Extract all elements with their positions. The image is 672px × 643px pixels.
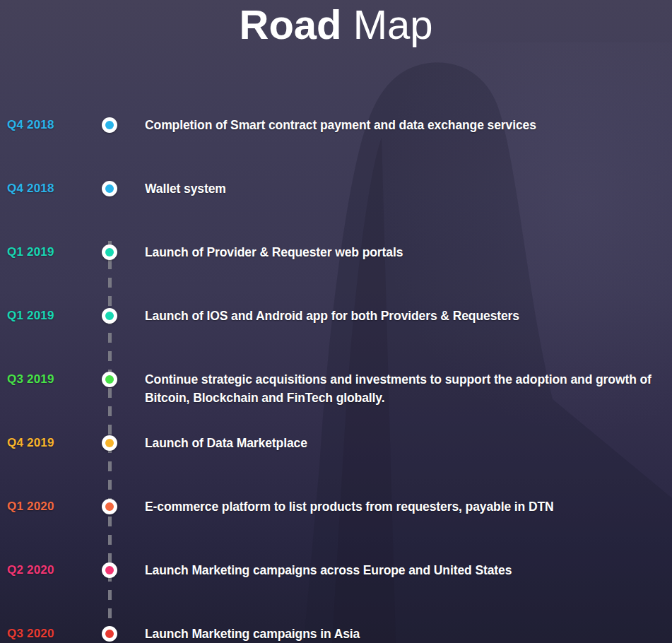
item-text: Continue strategic acquisitions and inve… bbox=[145, 370, 672, 407]
timeline-dot-wrap bbox=[95, 307, 124, 325]
quarter-label: Q1 2019 bbox=[7, 307, 95, 325]
quarter-label: Q2 2020 bbox=[7, 561, 95, 579]
timeline-dot-wrap bbox=[95, 434, 124, 452]
timeline-dot-wrap bbox=[95, 179, 124, 198]
timeline-items: Q4 2018 Completion of Smart contract pay… bbox=[0, 116, 672, 643]
quarter-label: Q4 2019 bbox=[7, 434, 95, 452]
timeline-item: Q4 2018 Completion of Smart contract pay… bbox=[0, 116, 672, 179]
timeline-dot bbox=[102, 308, 117, 324]
quarter-label: Q1 2019 bbox=[7, 243, 95, 261]
quarter-label: Q1 2020 bbox=[7, 497, 95, 516]
timeline-dot bbox=[102, 244, 117, 260]
quarter-label: Q3 2019 bbox=[7, 370, 95, 389]
timeline-dot bbox=[102, 181, 117, 196]
timeline-dot-wrap bbox=[95, 370, 124, 389]
item-text: Launch of IOS and Android app for both P… bbox=[145, 307, 519, 325]
timeline-item: Q1 2019 Launch of Provider & Requester w… bbox=[0, 243, 672, 307]
item-text: Launch Marketing campaigns in Asia bbox=[145, 625, 360, 643]
timeline-dot bbox=[102, 372, 117, 387]
quarter-label: Q4 2018 bbox=[7, 116, 95, 134]
timeline-item: Q3 2020 Launch Marketing campaigns in As… bbox=[0, 625, 672, 643]
page-title-bold: Road bbox=[240, 1, 342, 47]
timeline-item: Q4 2018 Wallet system bbox=[0, 179, 672, 243]
timeline-dot-core bbox=[105, 184, 114, 193]
timeline-dot-core bbox=[105, 566, 114, 574]
timeline-item: Q4 2019 Launch of Data Marketplace bbox=[0, 434, 672, 497]
timeline-dot-core bbox=[105, 121, 114, 129]
timeline-dot bbox=[102, 117, 117, 133]
timeline-item: Q2 2020 Launch Marketing campaigns acros… bbox=[0, 561, 672, 625]
item-text: Completion of Smart contract payment and… bbox=[145, 116, 536, 134]
timeline-dot bbox=[102, 562, 117, 578]
timeline-dot-core bbox=[105, 439, 114, 447]
timeline-dot-core bbox=[105, 248, 114, 256]
item-text: E-commerce platform to list products fro… bbox=[145, 497, 554, 516]
item-text: Wallet system bbox=[145, 179, 226, 198]
timeline-dot-core bbox=[105, 375, 114, 384]
item-text: Launch Marketing campaigns across Europe… bbox=[145, 561, 512, 579]
timeline-dot-wrap bbox=[95, 561, 124, 579]
timeline-item: Q1 2020 E-commerce platform to list prod… bbox=[0, 497, 672, 561]
item-text: Launch of Data Marketplace bbox=[145, 434, 307, 452]
page-title-light: Map bbox=[353, 1, 433, 47]
timeline-dot-wrap bbox=[95, 243, 124, 261]
timeline-dot-core bbox=[105, 312, 114, 320]
item-text: Launch of Provider & Requester web porta… bbox=[145, 243, 403, 261]
timeline-dot-wrap bbox=[95, 497, 124, 516]
quarter-label: Q4 2018 bbox=[7, 179, 95, 198]
timeline-dot-core bbox=[105, 502, 114, 511]
timeline-dot bbox=[102, 435, 117, 451]
timeline-dot bbox=[102, 499, 117, 514]
timeline-dot-wrap bbox=[95, 625, 124, 643]
roadmap-timeline: Q4 2018 Completion of Smart contract pay… bbox=[0, 116, 672, 643]
timeline-dot-wrap bbox=[95, 116, 124, 134]
page-title: Road Map bbox=[0, 1, 672, 48]
timeline-item: Q3 2019 Continue strategic acquisitions … bbox=[0, 370, 672, 434]
timeline-item: Q1 2019 Launch of IOS and Android app fo… bbox=[0, 307, 672, 370]
quarter-label: Q3 2020 bbox=[7, 625, 95, 643]
timeline-dot bbox=[102, 626, 117, 642]
timeline-dot-core bbox=[105, 630, 114, 638]
